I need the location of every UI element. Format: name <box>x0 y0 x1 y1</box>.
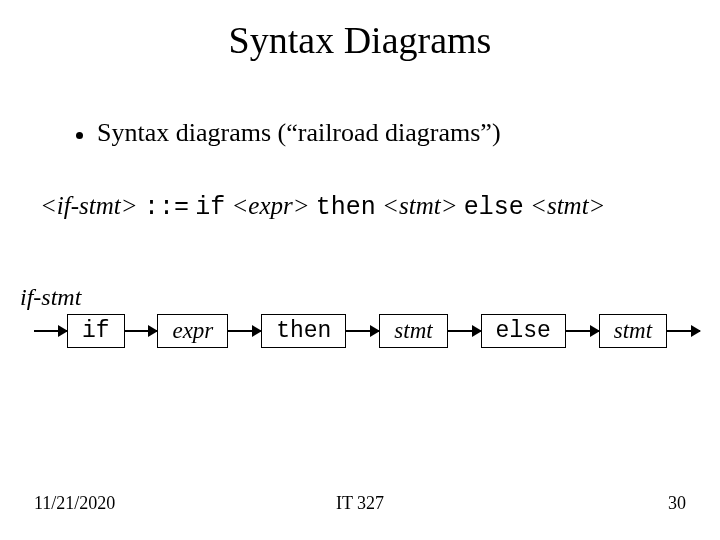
rail-segment <box>566 330 599 332</box>
node-expr: expr <box>157 314 228 348</box>
bullet-item: Syntax diagrams (“railroad diagrams”) <box>76 118 720 148</box>
node-stmt-1: stmt <box>379 314 447 348</box>
footer-course: IT 327 <box>336 493 384 514</box>
rail-segment <box>228 330 261 332</box>
railroad-diagram: if expr then stmt else stmt <box>34 312 700 350</box>
node-stmt-2: stmt <box>599 314 667 348</box>
grammar-rule: <if-stmt> ::= if <expr> then <stmt> else… <box>40 192 720 222</box>
node-if: if <box>67 314 125 348</box>
footer-date: 11/21/2020 <box>34 493 115 514</box>
grammar-rhs-2: then <box>316 193 376 222</box>
grammar-rhs-3: <stmt> <box>382 192 457 219</box>
node-then: then <box>261 314 346 348</box>
rail-segment <box>125 330 158 332</box>
grammar-lhs: <if-stmt> <box>40 192 138 219</box>
bullet-dot-icon <box>76 132 83 139</box>
node-else: else <box>481 314 566 348</box>
footer: 11/21/2020 IT 327 30 <box>0 493 720 514</box>
grammar-op: ::= <box>144 193 189 222</box>
rail-segment <box>667 330 700 332</box>
grammar-rhs-0: if <box>195 193 225 222</box>
grammar-rhs-4: else <box>464 193 524 222</box>
rail-segment <box>34 330 67 332</box>
footer-page: 30 <box>668 493 686 514</box>
diagram-label: if-stmt <box>20 284 81 311</box>
page-title: Syntax Diagrams <box>0 0 720 62</box>
grammar-rhs-5: <stmt> <box>530 192 605 219</box>
bullet-text: Syntax diagrams (“railroad diagrams”) <box>97 118 501 148</box>
rail-segment <box>346 330 379 332</box>
rail-segment <box>448 330 481 332</box>
grammar-rhs-1: <expr> <box>231 192 309 219</box>
